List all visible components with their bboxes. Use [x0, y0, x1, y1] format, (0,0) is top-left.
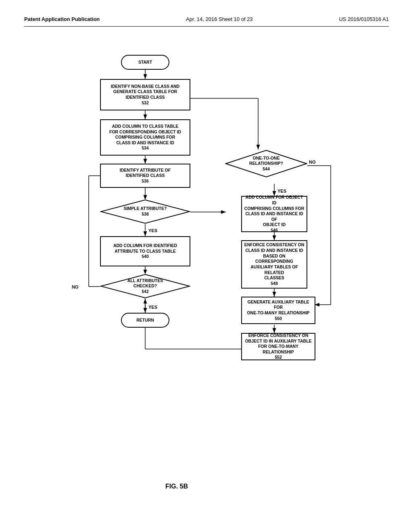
node-536: IDENTIFY ATTRIBUTE OFIDENTIFIED CLASS536 [100, 164, 190, 188]
label-yes-538: YES [148, 228, 157, 233]
node-534-label: ADD COLUMN TO CLASS TABLEFOR CORRESPONDI… [109, 124, 181, 151]
figure-label: FIG. 5B [165, 483, 188, 490]
header: Patent Application Publication Apr. 14, … [24, 16, 389, 22]
flowchart-arrows: YES YES NO NO YES [24, 39, 389, 494]
node-544: ONE-TO-ONERELATIONSHIP?544 [225, 150, 307, 178]
node-532: IDENTIFY NON-BASE CLASS ANDGENERATE CLAS… [100, 79, 190, 110]
label-yes-542: YES [148, 305, 157, 310]
node-552: ENFORCE CONSISTENCY ONOBJECT ID IN AUXIL… [241, 333, 315, 360]
node-542: ALL ATTRIBUTESCHECKED?542 [100, 274, 190, 299]
node-546: ADD COLUMN FOR OBJECT IDCOMPRISING COLUM… [241, 196, 307, 232]
node-552-label: ENFORCE CONSISTENCY ONOBJECT ID IN AUXIL… [244, 333, 313, 360]
label-yes-544: YES [277, 189, 286, 193]
header-date-sheet: Apr. 14, 2016 Sheet 10 of 23 [186, 16, 253, 22]
start-node: START [121, 55, 169, 70]
return-node: RETURN [121, 313, 169, 328]
page: Patent Application Publication Apr. 14, … [0, 0, 413, 532]
node-540-label: ADD COLUMN FOR IDENTIFIEDATTRIBUTE TO CL… [113, 243, 177, 260]
node-536-label: IDENTIFY ATTRIBUTE OFIDENTIFIED CLASS536 [120, 168, 171, 184]
header-patent: US 2016/0105316 A1 [339, 16, 389, 22]
node-538-label: SIMPLE ATTRIBUTE?538 [124, 206, 167, 217]
header-divider [24, 26, 389, 27]
node-538: SIMPLE ATTRIBUTE?538 [100, 199, 190, 224]
node-548: ENFORCE CONSISTENCY ONCLASS ID AND INSTA… [241, 240, 307, 289]
node-550-label: GENERATE AUXILIARY TABLE FORONE-TO-MANY … [244, 299, 313, 322]
node-532-label: IDENTIFY NON-BASE CLASS ANDGENERATE CLAS… [111, 84, 179, 106]
start-label: START [138, 60, 152, 65]
flowchart-diagram: YES YES NO NO YES [24, 39, 389, 494]
return-label: RETURN [136, 318, 154, 323]
node-534: ADD COLUMN TO CLASS TABLEFOR CORRESPONDI… [100, 119, 190, 156]
node-542-label: ALL ATTRIBUTESCHECKED?542 [127, 278, 163, 295]
header-publication: Patent Application Publication [24, 16, 100, 22]
node-540: ADD COLUMN FOR IDENTIFIEDATTRIBUTE TO CL… [100, 236, 190, 266]
node-548-label: ENFORCE CONSISTENCY ONCLASS ID AND INSTA… [244, 242, 305, 286]
label-no-542: NO [72, 285, 79, 289]
label-no-544: NO [309, 160, 316, 164]
node-550: GENERATE AUXILIARY TABLE FORONE-TO-MANY … [241, 297, 315, 324]
node-546-label: ADD COLUMN FOR OBJECT IDCOMPRISING COLUM… [244, 195, 305, 233]
node-544-label: ONE-TO-ONERELATIONSHIP?544 [249, 156, 283, 172]
